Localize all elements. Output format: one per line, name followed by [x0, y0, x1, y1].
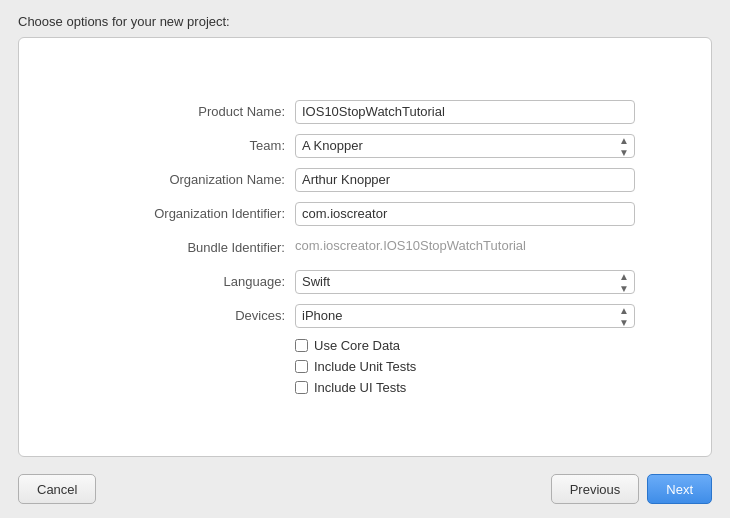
language-label: Language:: [95, 274, 295, 289]
form-container: Product Name: Team: A Knopper None ▲ ▼: [95, 100, 635, 395]
use-core-data-row: Use Core Data: [295, 338, 635, 353]
include-ui-tests-checkbox[interactable]: [295, 381, 308, 394]
language-row: Language: Swift Objective-C ▲ ▼: [95, 270, 635, 294]
org-name-input[interactable]: [295, 168, 635, 192]
main-content: Product Name: Team: A Knopper None ▲ ▼: [0, 37, 730, 464]
product-name-row: Product Name:: [95, 100, 635, 124]
bundle-identifier-value: com.ioscreator.IOS10StopWatchTutorial: [295, 236, 635, 260]
next-button[interactable]: Next: [647, 474, 712, 504]
language-select[interactable]: Swift Objective-C: [295, 270, 635, 294]
header: Choose options for your new project:: [0, 0, 730, 37]
include-ui-tests-label[interactable]: Include UI Tests: [314, 380, 406, 395]
include-unit-tests-row: Include Unit Tests: [295, 359, 635, 374]
product-name-input[interactable]: [295, 100, 635, 124]
cancel-button[interactable]: Cancel: [18, 474, 96, 504]
header-title: Choose options for your new project:: [18, 14, 230, 29]
team-select[interactable]: A Knopper None: [295, 134, 635, 158]
bundle-identifier-row: Bundle Identifier: com.ioscreator.IOS10S…: [95, 236, 635, 260]
include-unit-tests-label[interactable]: Include Unit Tests: [314, 359, 416, 374]
checkboxes-container: Use Core Data Include Unit Tests Include…: [95, 338, 635, 395]
footer-left: Cancel: [18, 474, 96, 504]
options-panel: Product Name: Team: A Knopper None ▲ ▼: [18, 37, 712, 457]
use-core-data-checkbox[interactable]: [295, 339, 308, 352]
devices-label: Devices:: [95, 308, 295, 323]
org-name-row: Organization Name:: [95, 168, 635, 192]
previous-button[interactable]: Previous: [551, 474, 640, 504]
org-identifier-row: Organization Identifier:: [95, 202, 635, 226]
team-row: Team: A Knopper None ▲ ▼: [95, 134, 635, 158]
bundle-identifier-label: Bundle Identifier:: [95, 240, 295, 255]
devices-select-wrapper: iPhone iPad Universal ▲ ▼: [295, 304, 635, 328]
include-ui-tests-row: Include UI Tests: [295, 380, 635, 395]
org-identifier-label: Organization Identifier:: [95, 206, 295, 221]
footer-right: Previous Next: [551, 474, 712, 504]
team-select-wrapper: A Knopper None ▲ ▼: [295, 134, 635, 158]
devices-select[interactable]: iPhone iPad Universal: [295, 304, 635, 328]
footer: Cancel Previous Next: [0, 464, 730, 518]
org-identifier-input[interactable]: [295, 202, 635, 226]
team-label: Team:: [95, 138, 295, 153]
product-name-label: Product Name:: [95, 104, 295, 119]
org-name-label: Organization Name:: [95, 172, 295, 187]
devices-row: Devices: iPhone iPad Universal ▲ ▼: [95, 304, 635, 328]
language-select-wrapper: Swift Objective-C ▲ ▼: [295, 270, 635, 294]
use-core-data-label[interactable]: Use Core Data: [314, 338, 400, 353]
include-unit-tests-checkbox[interactable]: [295, 360, 308, 373]
